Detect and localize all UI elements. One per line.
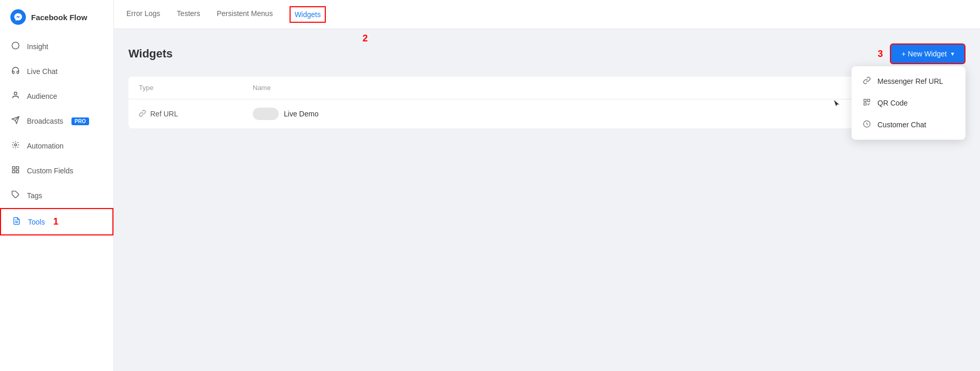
pro-badge: PRO bbox=[71, 117, 89, 125]
tab-persistent-menus[interactable]: Persistent Menus bbox=[217, 0, 272, 28]
main-content: Error Logs Testers Persistent Menus Widg… bbox=[114, 0, 980, 371]
svg-point-0 bbox=[12, 42, 19, 49]
customer-chat-icon bbox=[862, 120, 871, 129]
dropdown-label-messenger-ref-url: Messenger Ref URL bbox=[877, 77, 943, 85]
new-widget-button[interactable]: + New Widget ▾ bbox=[890, 43, 965, 64]
svg-rect-8 bbox=[12, 170, 15, 173]
annotation-1: 1 bbox=[53, 216, 59, 227]
sidebar-item-broadcasts[interactable]: Broadcasts PRO bbox=[0, 109, 113, 133]
sidebar-item-tags[interactable]: Tags bbox=[0, 183, 113, 208]
tab-testers[interactable]: Testers bbox=[177, 0, 200, 28]
messenger-ref-url-icon bbox=[862, 77, 871, 86]
sidebar-logo[interactable]: Facebook Flow bbox=[0, 0, 113, 34]
sidebar-item-automation[interactable]: Automation bbox=[0, 133, 113, 158]
table-header: Type Name bbox=[128, 77, 965, 99]
sidebar-item-insight[interactable]: Insight bbox=[0, 34, 113, 59]
page-header: Widgets 3 + New Widget ▾ bbox=[128, 43, 965, 64]
tabs-bar: Error Logs Testers Persistent Menus Widg… bbox=[114, 0, 980, 29]
tab-error-logs[interactable]: Error Logs bbox=[126, 0, 160, 28]
sidebar-item-live-chat[interactable]: Live Chat bbox=[0, 59, 113, 84]
messenger-icon bbox=[10, 9, 26, 25]
type-cell: Ref URL bbox=[139, 110, 253, 118]
svg-point-1 bbox=[14, 92, 17, 95]
broadcasts-icon bbox=[10, 116, 21, 126]
sidebar-item-tools[interactable]: Tools 1 bbox=[0, 208, 113, 235]
dropdown-item-customer-chat[interactable]: Customer Chat bbox=[852, 114, 965, 136]
sidebar: Facebook Flow Insight Live Chat bbox=[0, 0, 114, 371]
svg-rect-12 bbox=[863, 99, 866, 101]
new-widget-label: + New Widget bbox=[901, 50, 947, 58]
tab-widgets[interactable]: Widgets bbox=[290, 6, 326, 23]
cursor bbox=[833, 99, 841, 111]
svg-rect-5 bbox=[12, 167, 15, 169]
avatar-blur bbox=[253, 108, 279, 120]
dropdown-item-qr-code[interactable]: QR Code bbox=[852, 92, 965, 114]
name-cell: Live Demo bbox=[253, 108, 955, 120]
chevron-down-icon: ▾ bbox=[951, 50, 954, 57]
svg-rect-14 bbox=[863, 103, 866, 105]
svg-point-4 bbox=[15, 144, 17, 146]
custom-fields-icon bbox=[10, 166, 21, 176]
name-header: Name bbox=[253, 84, 955, 92]
audience-icon bbox=[10, 91, 21, 101]
qr-code-icon bbox=[862, 98, 871, 108]
page-title: Widgets bbox=[128, 47, 172, 61]
dropdown-label-qr-code: QR Code bbox=[877, 99, 907, 107]
automation-icon bbox=[10, 141, 21, 151]
svg-rect-6 bbox=[16, 167, 19, 169]
dropdown-item-messenger-ref-url[interactable]: Messenger Ref URL bbox=[852, 70, 965, 92]
widget-name: Live Demo bbox=[284, 110, 319, 118]
tags-icon bbox=[10, 190, 21, 201]
dropdown-menu: Messenger Ref URL QR Code bbox=[852, 66, 965, 140]
ref-url-label: Ref URL bbox=[150, 110, 178, 118]
svg-rect-7 bbox=[16, 170, 19, 173]
tools-icon bbox=[11, 217, 22, 227]
live-chat-icon bbox=[10, 66, 21, 77]
ref-url-icon bbox=[139, 110, 146, 118]
app-name: Facebook Flow bbox=[31, 13, 87, 22]
type-header: Type bbox=[139, 84, 253, 92]
dropdown-label-customer-chat: Customer Chat bbox=[877, 121, 926, 129]
page-content: Widgets 3 + New Widget ▾ Type Name bbox=[114, 29, 980, 371]
annotation-3: 3 bbox=[877, 49, 883, 60]
insight-icon bbox=[10, 41, 21, 52]
svg-rect-13 bbox=[867, 99, 869, 101]
sidebar-item-custom-fields[interactable]: Custom Fields bbox=[0, 158, 113, 183]
sidebar-item-audience[interactable]: Audience bbox=[0, 84, 113, 109]
